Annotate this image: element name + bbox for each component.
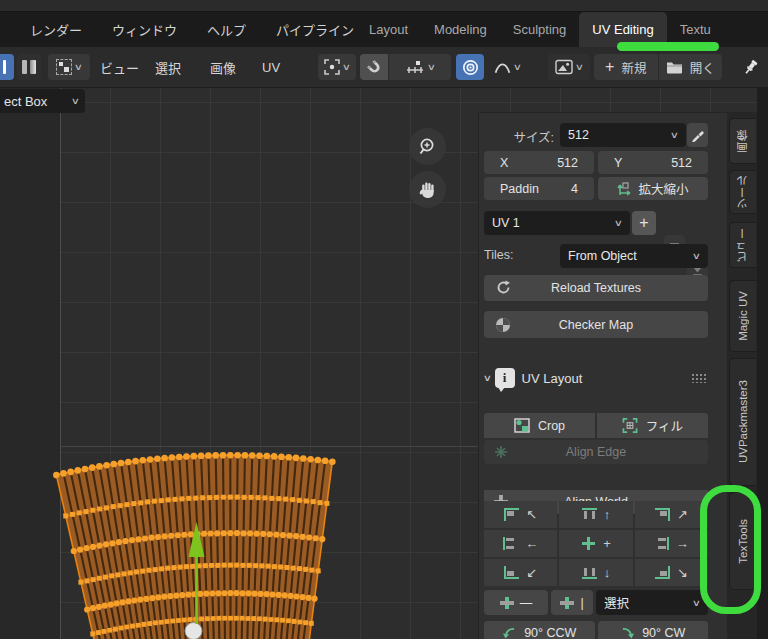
snap-increment-icon — [405, 59, 425, 75]
workspace-tab-sculpting[interactable]: Sculpting — [500, 12, 579, 47]
active-tool-dropdown[interactable]: ect Box ∨ — [0, 89, 85, 113]
y-field[interactable]: Y 512 — [598, 151, 708, 174]
distribute-v-label: | — [580, 596, 583, 610]
sidebar-tab-ビュー[interactable]: ビュー — [729, 222, 756, 268]
scale-icon — [617, 182, 631, 196]
align-button-c[interactable]: + — [559, 530, 632, 557]
editor-menu[interactable]: UV — [262, 47, 280, 88]
align-button-b[interactable]: ↓ — [559, 559, 632, 586]
pivot-point-dropdown[interactable]: ∨ — [318, 54, 356, 80]
zoom-gizmo-button[interactable] — [409, 128, 446, 165]
snap-settings-dropdown[interactable]: ∨ — [389, 54, 451, 80]
rotate-ccw-icon — [502, 626, 517, 639]
fill-button[interactable]: フィル — [597, 413, 708, 438]
editor-menu[interactable]: 選択 — [155, 47, 181, 88]
reload-textures-button[interactable]: Reload Textures — [484, 275, 708, 301]
align-arrow-glyph: ↗ — [677, 507, 688, 522]
falloff-dropdown[interactable]: ∨ — [487, 54, 527, 80]
panel-collapse-chevron[interactable]: ∨ — [483, 373, 492, 383]
plus-icon: + — [605, 58, 614, 76]
align-icon-tl — [504, 508, 519, 521]
pin-button[interactable] — [738, 54, 764, 80]
add-uvmap-button[interactable]: + — [632, 211, 656, 235]
sidebar-tab-magic-uv[interactable]: Magic UV — [729, 280, 756, 352]
fill-label: フィル — [646, 416, 683, 435]
cursor-pivot-circle — [185, 623, 202, 639]
gizmo-y-arrowhead — [189, 522, 205, 557]
rotate-cw-button[interactable]: 90° CW — [598, 621, 709, 639]
align-button-tr[interactable]: ↗ — [635, 501, 708, 528]
sync-selection-icon — [22, 60, 36, 74]
align-arrow-glyph: → — [676, 536, 689, 551]
editor-type-button[interactable] — [0, 54, 14, 80]
crop-button[interactable]: Crop — [484, 413, 595, 438]
editor-menu[interactable]: 画像 — [210, 47, 236, 88]
workspace-tab-label: Layout — [369, 22, 408, 37]
x-label: X — [500, 156, 508, 170]
align-mode-dropdown[interactable]: 選択 ∨ — [596, 590, 708, 615]
uv-layout-panel-header[interactable]: ∨ i UV Layout — [484, 365, 708, 391]
distribute-v-icon — [560, 597, 574, 609]
align-grid: ↖↑↗←+→↙↓↘ — [484, 501, 708, 588]
align-edge-icon — [494, 445, 508, 459]
padding-value: 4 — [571, 182, 578, 196]
pan-gizmo-button[interactable] — [409, 171, 446, 208]
workspace-tab-layout[interactable]: Layout — [356, 12, 421, 47]
align-button-br[interactable]: ↘ — [635, 559, 708, 586]
align-edge-button[interactable]: Align Edge — [484, 440, 708, 464]
uvmap-dropdown[interactable]: UV 1 ∨ — [484, 211, 630, 235]
align-arrow-glyph: ↓ — [604, 565, 611, 580]
distribute-vertical-button[interactable]: | — [551, 590, 593, 615]
size-label: サイズ: — [484, 127, 554, 146]
eyedropper-icon — [691, 129, 704, 142]
reload-row: Reload Textures — [484, 275, 708, 301]
snap-toggle[interactable] — [360, 54, 388, 80]
align-button-l[interactable]: ← — [484, 530, 557, 557]
editor-menu[interactable]: ビュー — [100, 47, 139, 88]
translate-gizmo[interactable] — [180, 500, 220, 639]
new-image-button[interactable]: + 新規 — [594, 54, 658, 80]
sidebar-tab-画像[interactable]: 画像 — [729, 118, 756, 164]
align-button-r[interactable]: → — [635, 530, 708, 557]
image-size-row: サイズ: 512 ∨ — [484, 123, 708, 147]
menubar-item[interactable]: ヘルプ — [207, 20, 246, 39]
padding-field[interactable]: Paddin 4 — [484, 177, 594, 200]
sidebar-tab-uvpackmaster3[interactable]: UVPackmaster3 — [729, 358, 756, 486]
sidebar-tab-label: ビュー — [735, 228, 751, 263]
open-image-button[interactable]: 開く — [659, 54, 723, 80]
sidebar-tab-label: UVPackmaster3 — [737, 380, 749, 463]
uv-selection-mode-dropdown[interactable]: ∨ — [48, 54, 90, 80]
active-tool-label: ect Box — [4, 94, 47, 109]
menubar-item[interactable]: レンダー — [30, 20, 82, 39]
size-dropdown[interactable]: 512 ∨ — [560, 123, 686, 147]
align-button-bl[interactable]: ↙ — [484, 559, 557, 586]
align-button-t[interactable]: ↑ — [559, 501, 632, 528]
image-browse-dropdown[interactable]: ∨ — [548, 54, 590, 80]
align-arrow-glyph: ↘ — [677, 565, 688, 580]
magnet-icon — [366, 59, 383, 76]
annotation-underline-uv-editing — [617, 42, 719, 51]
align-button-tl[interactable]: ↖ — [484, 501, 557, 528]
align-icon-r — [654, 537, 669, 550]
align-icon-br — [655, 566, 670, 579]
y-value: 512 — [671, 156, 692, 170]
scale-button[interactable]: 拡大縮小 — [598, 177, 708, 200]
panel-grip-handle[interactable] — [691, 373, 706, 383]
sidebar-tab-ツール[interactable]: ツール — [729, 170, 756, 214]
menubar-item[interactable]: パイプライン — [276, 20, 354, 39]
x-field[interactable]: X 512 — [484, 151, 594, 174]
checker-map-button[interactable]: Checker Map — [484, 311, 708, 338]
rotate-ccw-button[interactable]: 90° CCW — [484, 621, 595, 639]
tiles-dropdown[interactable]: From Object ∨ — [560, 244, 708, 268]
proportional-edit-icon — [462, 59, 479, 76]
x-value: 512 — [557, 156, 578, 170]
workspace-tab-modeling[interactable]: Modeling — [421, 12, 500, 47]
pivot-icon — [324, 59, 340, 75]
uv-sync-selection-toggle[interactable] — [17, 54, 41, 80]
menubar-item[interactable]: ウィンドウ — [112, 20, 177, 39]
distribute-horizontal-button[interactable]: — — [484, 590, 548, 615]
proportional-editing-toggle[interactable] — [456, 54, 484, 80]
eyedropper-button[interactable] — [687, 123, 708, 147]
panel-title: UV Layout — [522, 371, 583, 386]
window-top-strip — [0, 0, 768, 12]
